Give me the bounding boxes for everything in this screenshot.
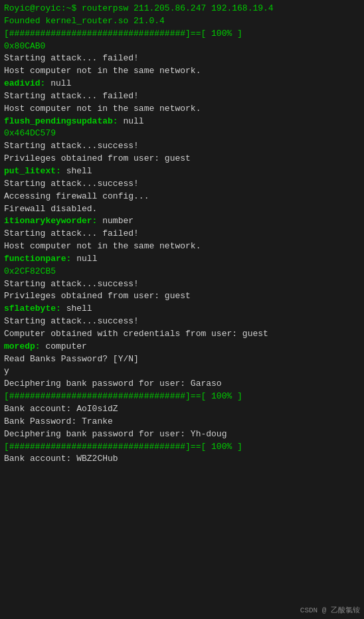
terminal-line: 0x2CF82CB5: [4, 266, 360, 278]
terminal-line: [##################################]==[ …: [4, 28, 360, 41]
terminal-line: Starting attack... failed!: [4, 52, 360, 65]
terminal-line: Starting attack... failed!: [4, 90, 360, 103]
terminal-line: Firewall disabled.: [4, 203, 360, 216]
terminal-line: Founded kernel_router.so 21.0.4: [4, 15, 360, 28]
terminal-line: Starting attack...success!: [4, 178, 360, 191]
terminal-line: Starting attack...success!: [4, 278, 360, 291]
terminal-line: flush_pendingsupdatab: null: [4, 116, 360, 128]
terminal-line: sflatebyte: shell: [4, 303, 360, 315]
terminal-line: y: [4, 365, 360, 378]
terminal-line: [##################################]==[ …: [4, 391, 360, 403]
terminal-line: Accessing firewall config...: [4, 191, 360, 203]
terminal: Royic@royic:~$ routerpsw 211.205.86.247 …: [0, 0, 364, 619]
terminal-line: 0x464DC579: [4, 128, 360, 140]
terminal-line: functionpare: null: [4, 253, 360, 266]
terminal-line: Host computer not in the same network.: [4, 65, 360, 78]
terminal-line: Privileges obtained from user: guest: [4, 290, 360, 303]
terminal-line: Deciphering bank password for user: Yh-d…: [4, 428, 360, 441]
terminal-line: Starting attack...success!: [4, 315, 360, 328]
terminal-line: 0x80CAB0: [4, 41, 360, 53]
terminal-line: itionarykeyworder: number: [4, 215, 360, 228]
terminal-line: Bank account: AoI0sidZ: [4, 403, 360, 416]
terminal-line: Host computer not in the same network.: [4, 240, 360, 253]
terminal-line: Deciphering bank password for user: Gara…: [4, 378, 360, 391]
terminal-line: [##################################]==[ …: [4, 441, 360, 454]
terminal-line: eadivid: null: [4, 78, 360, 90]
terminal-line: Bank Password: Tranke: [4, 416, 360, 428]
terminal-line: Bank account: WBZ2CHub: [4, 453, 360, 466]
terminal-line: put_litext: shell: [4, 165, 360, 178]
terminal-line: Starting attack... failed!: [4, 228, 360, 240]
watermark: CSDN @ 乙酸氯铵: [300, 605, 360, 615]
terminal-line: Computer obtained with credentials from …: [4, 328, 360, 341]
terminal-line: Host computer not in the same network.: [4, 103, 360, 116]
terminal-line: Starting attack...success!: [4, 140, 360, 153]
terminal-line: Royic@royic:~$ routerpsw 211.205.86.247 …: [4, 3, 360, 15]
terminal-line: moredp: computer: [4, 341, 360, 353]
terminal-line: Read Banks Password? [Y/N]: [4, 353, 360, 366]
terminal-line: Privileges obtained from user: guest: [4, 153, 360, 165]
